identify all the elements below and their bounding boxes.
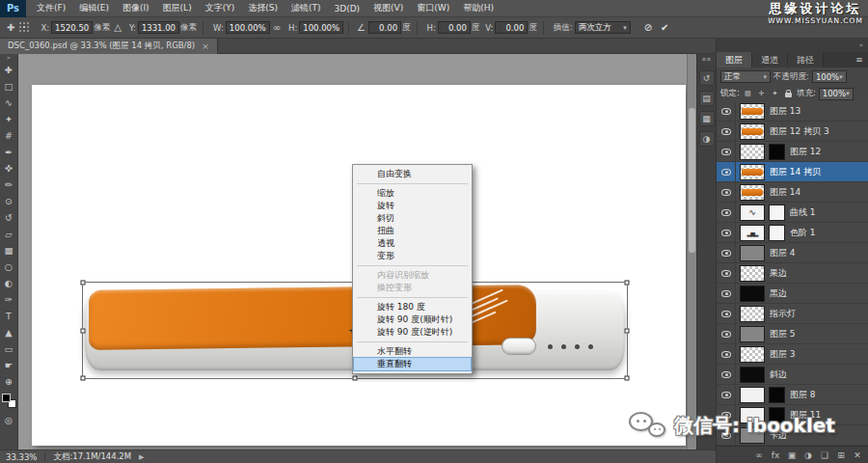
context-menu-item[interactable]: 旋转 180 度	[354, 301, 471, 313]
layer-thumbnail[interactable]	[740, 387, 765, 403]
hand-tool[interactable]: ☛	[1, 357, 17, 373]
layer-name[interactable]: 图层 14	[770, 186, 800, 199]
eyedropper-tool[interactable]: ✒	[1, 144, 17, 160]
layer-name[interactable]: 曲线 1	[790, 206, 816, 219]
menu-item[interactable]: 文字(Y)	[199, 0, 242, 16]
黑边[interactable]: 黑边	[717, 284, 868, 304]
crop-tool[interactable]: #	[1, 127, 17, 144]
color-swatches[interactable]	[2, 394, 16, 408]
visibility-toggle[interactable]	[717, 263, 736, 283]
layer-mask-thumbnail[interactable]	[769, 204, 785, 221]
vskew-input[interactable]: 0.00	[495, 21, 528, 34]
layer-mask-thumbnail[interactable]	[769, 144, 785, 160]
cancel-transform-button[interactable]: ⊘	[644, 22, 652, 33]
lock-position-icon[interactable]: ✦	[770, 89, 780, 99]
context-menu-item[interactable]: 操控变形	[354, 282, 471, 294]
history-panel-icon[interactable]: ↺	[699, 70, 715, 86]
layer-name[interactable]: 图层 13	[770, 105, 800, 118]
path-selection-tool[interactable]: ▲	[1, 324, 17, 340]
transform-handle[interactable]	[81, 328, 86, 333]
visibility-toggle[interactable]	[717, 284, 736, 303]
commit-transform-button[interactable]: ✔	[661, 22, 668, 33]
menu-item[interactable]: 滤镜(T)	[285, 0, 328, 16]
layer-thumbnail[interactable]	[740, 204, 765, 221]
new-layer-icon[interactable]: ⊞	[836, 450, 846, 460]
visibility-toggle[interactable]	[717, 162, 736, 181]
opacity-input[interactable]: 100% ▾	[812, 70, 847, 83]
scrollbar-thumb[interactable]	[689, 108, 695, 253]
panel-menu-icon[interactable]: ≡	[851, 52, 868, 68]
context-menu-item[interactable]: 旋转	[354, 200, 471, 212]
layer-thumbnail[interactable]	[740, 265, 765, 282]
图层 14[interactable]: 图层 14	[717, 182, 868, 203]
adjustment-layer-icon[interactable]: ◑	[803, 450, 813, 460]
blend-mode-select[interactable]: 正常 ▾	[720, 70, 771, 83]
context-menu-item[interactable]: 内容识别缩放	[354, 269, 471, 282]
move-tool[interactable]: ✚	[1, 62, 17, 78]
layer-name[interactable]: 指示灯	[770, 308, 796, 320]
panel-tab[interactable]: 图层	[717, 52, 752, 68]
panel-tab[interactable]: 通道	[752, 52, 788, 68]
history-brush-tool[interactable]: ↺	[1, 209, 17, 226]
lock-pixels-icon[interactable]: ✛	[756, 89, 767, 99]
visibility-toggle[interactable]	[717, 101, 736, 121]
new-group-icon[interactable]: ❏	[820, 450, 829, 460]
visibility-toggle[interactable]	[717, 142, 736, 161]
zoom-tool[interactable]: ⊕	[1, 373, 17, 390]
layer-thumbnail[interactable]	[740, 144, 765, 160]
visibility-toggle[interactable]	[717, 324, 736, 343]
transform-handle[interactable]	[625, 328, 630, 333]
visibility-toggle[interactable]	[717, 385, 736, 404]
pen-tool[interactable]: ✑	[1, 291, 17, 308]
interpolation-select[interactable]: 两次立方 ▾	[575, 21, 631, 34]
lasso-tool[interactable]: ∿	[1, 95, 17, 111]
menu-item[interactable]: 帮助(H)	[456, 0, 501, 16]
layer-thumbnail[interactable]	[740, 326, 765, 342]
layer-name[interactable]: 图层 3	[770, 348, 796, 361]
delete-layer-icon[interactable]: ✕	[853, 450, 862, 460]
zoom-level[interactable]: 33.33%	[6, 452, 37, 462]
adjustments-panel-icon[interactable]: ◑	[699, 131, 715, 147]
menu-item[interactable]: 图层(L)	[156, 0, 199, 16]
visibility-toggle[interactable]	[717, 203, 736, 222]
layer-mask-icon[interactable]: ▣	[787, 450, 797, 460]
fill-input[interactable]: 100% ▾	[819, 88, 854, 100]
layer-name[interactable]: 果边	[770, 267, 787, 280]
expand-panels-icon[interactable]: ««	[702, 54, 712, 66]
clone-stamp-tool[interactable]: ⊙	[1, 193, 17, 209]
foreground-color-swatch[interactable]	[2, 394, 11, 402]
图层 13[interactable]: 图层 13	[717, 101, 868, 122]
transform-handle[interactable]	[625, 281, 630, 286]
menu-item[interactable]: 图像(I)	[116, 0, 156, 16]
layer-name[interactable]: 图层 12 拷贝 3	[770, 125, 829, 138]
type-tool[interactable]: T	[1, 308, 17, 324]
layer-thumbnail[interactable]	[740, 367, 765, 383]
lock-all-icon[interactable]	[783, 89, 794, 99]
panel-tab[interactable]: 路径	[788, 52, 824, 68]
height-input[interactable]: 100.00%	[299, 21, 343, 34]
marquee-tool[interactable]: □	[1, 78, 17, 95]
reference-point-locator[interactable]	[19, 22, 30, 33]
shape-tool[interactable]: ▭	[1, 340, 17, 357]
layer-thumbnail[interactable]	[740, 286, 765, 302]
layer-thumbnail[interactable]	[740, 103, 765, 120]
色阶 1[interactable]: 色阶 1	[717, 223, 868, 243]
context-menu-item[interactable]: 变形	[354, 250, 471, 262]
toolbar-collapse-icon[interactable]: »	[7, 54, 11, 62]
context-menu-item[interactable]: 透视	[354, 237, 471, 250]
图层 5[interactable]: 图层 5	[717, 324, 868, 344]
visibility-toggle[interactable]	[717, 223, 736, 242]
context-menu-item[interactable]: 自由变换	[354, 168, 471, 180]
visibility-toggle[interactable]	[717, 243, 736, 262]
menu-item[interactable]: 选择(S)	[241, 0, 285, 16]
link-layers-icon[interactable]: ∞	[754, 450, 764, 460]
context-menu-item[interactable]: 旋转 90 度(逆时针)	[354, 326, 471, 339]
layer-thumbnail[interactable]	[740, 225, 765, 241]
context-menu-item[interactable]: 水平翻转	[354, 345, 471, 358]
y-input[interactable]: 1331.00	[138, 21, 179, 34]
visibility-toggle[interactable]	[717, 182, 736, 202]
hskew-input[interactable]: 0.00	[438, 21, 471, 34]
properties-panel-icon[interactable]: ▤	[699, 91, 715, 106]
link-dimensions-icon[interactable]: ∞	[273, 22, 281, 33]
healing-brush-tool[interactable]: ✜	[1, 160, 17, 177]
